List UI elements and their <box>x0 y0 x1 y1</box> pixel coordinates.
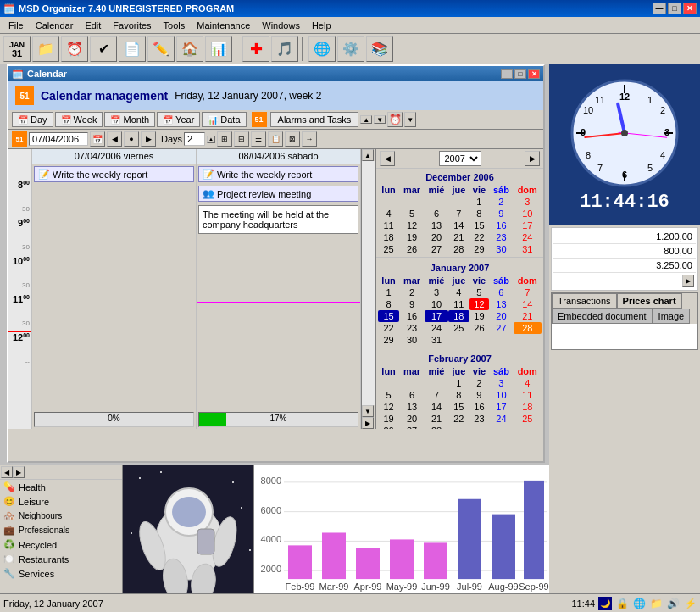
j-11[interactable]: 11 <box>448 298 469 310</box>
d-3[interactable]: 3 <box>514 196 542 208</box>
d-17[interactable]: 17 <box>514 220 542 231</box>
f-empty5[interactable] <box>469 425 490 429</box>
view-btn-5[interactable]: ⊠ <box>285 131 300 147</box>
d-15[interactable]: 15 <box>469 220 490 231</box>
j-14[interactable]: 14 <box>514 298 542 310</box>
j-25[interactable]: 25 <box>448 322 469 334</box>
d-4[interactable]: 4 <box>378 208 399 220</box>
status-icon-3[interactable]: 📁 <box>649 597 663 610</box>
d-24[interactable]: 24 <box>514 231 542 243</box>
f-26[interactable]: 26 <box>378 425 399 429</box>
j-empty[interactable] <box>448 334 469 346</box>
f-19[interactable]: 19 <box>378 413 399 425</box>
toolbar-contacts[interactable]: 📁 <box>32 36 59 62</box>
j-18[interactable]: 18 <box>448 310 469 322</box>
j-28[interactable]: 28 <box>514 322 542 334</box>
d-27[interactable]: 27 <box>425 243 448 255</box>
sidebar-item-professionals[interactable]: 💼 Professionals <box>0 523 122 537</box>
f-14[interactable]: 14 <box>425 401 448 413</box>
j-29[interactable]: 29 <box>378 334 399 346</box>
d-16[interactable]: 16 <box>489 220 513 231</box>
f-20[interactable]: 20 <box>399 413 425 425</box>
panel-tab-embedded[interactable]: Embedded document <box>552 309 653 324</box>
j-30[interactable]: 30 <box>399 334 425 346</box>
d-8[interactable]: 8 <box>469 208 490 220</box>
f-7[interactable]: 7 <box>425 389 448 401</box>
sidebar-item-restaurants[interactable]: 🍽️ Restaurants <box>0 552 122 566</box>
d-12[interactable]: 12 <box>399 220 425 231</box>
maximize-button[interactable]: □ <box>668 3 681 14</box>
f-13[interactable]: 13 <box>399 401 425 413</box>
panel-tab-image[interactable]: Image <box>653 309 691 324</box>
d-empty[interactable] <box>399 196 425 208</box>
toolbar-edit[interactable]: ✏️ <box>147 36 175 62</box>
f-9[interactable]: 9 <box>469 389 490 401</box>
tab-year[interactable]: 📅 Year <box>157 112 200 127</box>
j-9[interactable]: 9 <box>399 298 425 310</box>
alarm-nav-down[interactable]: ▼ <box>374 115 386 124</box>
j-20[interactable]: 20 <box>489 310 513 322</box>
alarm-settings[interactable]: ⏰ <box>387 112 403 127</box>
d-22[interactable]: 22 <box>469 231 490 243</box>
year-next[interactable]: ▶ <box>525 151 540 166</box>
j-22[interactable]: 22 <box>378 322 399 334</box>
d-1[interactable]: 1 <box>469 196 490 208</box>
j-4[interactable]: 4 <box>448 287 469 298</box>
alarm-dropdown[interactable]: ▼ <box>404 112 416 127</box>
f-23[interactable]: 23 <box>469 413 490 425</box>
f-11[interactable]: 11 <box>514 389 542 401</box>
view-btn-4[interactable]: 📋 <box>268 131 283 147</box>
j-24[interactable]: 24 <box>425 322 448 334</box>
date-next[interactable]: ▶ <box>141 131 156 147</box>
cal-picker[interactable]: 📅 <box>90 131 105 147</box>
j-7[interactable]: 7 <box>514 287 542 298</box>
j-1[interactable]: 1 <box>378 287 399 298</box>
f-empty3[interactable] <box>425 377 448 389</box>
f-empty[interactable] <box>378 377 399 389</box>
col2-event2[interactable]: 👥 Project review meeting <box>198 186 358 202</box>
tab-data[interactable]: 📊 Data <box>202 112 246 127</box>
status-icon-5[interactable]: ⚡ <box>683 597 697 610</box>
j-empty4[interactable] <box>514 334 542 346</box>
j-23[interactable]: 23 <box>399 322 425 334</box>
col1-event1[interactable]: 📝 Write the weekly report <box>34 166 194 182</box>
d-20[interactable]: 20 <box>425 231 448 243</box>
sidebar-item-neighbours[interactable]: 🏘️ Neighbours <box>0 509 122 523</box>
cal-minimize[interactable]: — <box>501 69 513 79</box>
j-3[interactable]: 3 <box>425 287 448 298</box>
toolbar-home[interactable]: 🏠 <box>176 36 203 62</box>
d-6[interactable]: 6 <box>425 208 448 220</box>
j-13[interactable]: 13 <box>489 298 513 310</box>
panel-tab-transactions[interactable]: Transactions <box>552 293 617 309</box>
f-3[interactable]: 3 <box>489 377 513 389</box>
d-26[interactable]: 26 <box>399 243 425 255</box>
d-empty[interactable] <box>378 196 399 208</box>
d-13[interactable]: 13 <box>425 220 448 231</box>
d-18[interactable]: 18 <box>378 231 399 243</box>
f-8[interactable]: 8 <box>448 389 469 401</box>
j-17[interactable]: 17 <box>425 310 448 322</box>
alarm-nav-up[interactable]: ▲ <box>360 115 372 124</box>
f-17[interactable]: 17 <box>489 401 513 413</box>
f-4[interactable]: 4 <box>514 377 542 389</box>
f-24[interactable]: 24 <box>489 413 513 425</box>
f-empty7[interactable] <box>514 425 542 429</box>
d-25[interactable]: 25 <box>378 243 399 255</box>
days-input[interactable] <box>184 132 205 146</box>
f-empty2[interactable] <box>399 377 425 389</box>
f-21[interactable]: 21 <box>425 413 448 425</box>
sidebar-prev[interactable]: ◀ <box>1 466 13 478</box>
toolbar-alarm[interactable]: ⏰ <box>61 36 88 62</box>
f-22[interactable]: 22 <box>448 413 469 425</box>
j-empty3[interactable] <box>489 334 513 346</box>
f-28[interactable]: 28 <box>425 425 448 429</box>
toolbar-calendar[interactable]: JAN31 <box>3 36 31 62</box>
view-btn-6[interactable]: → <box>302 131 317 147</box>
d-21[interactable]: 21 <box>448 231 469 243</box>
j-21[interactable]: 21 <box>514 310 542 322</box>
close-button[interactable]: ✕ <box>683 3 697 14</box>
year-select[interactable]: 2007 2006 <box>439 151 481 166</box>
f-5[interactable]: 5 <box>378 389 399 401</box>
sidebar-item-services[interactable]: 🔧 Services <box>0 566 122 581</box>
sidebar-item-recycled[interactable]: ♻️ Recycled <box>0 537 122 552</box>
